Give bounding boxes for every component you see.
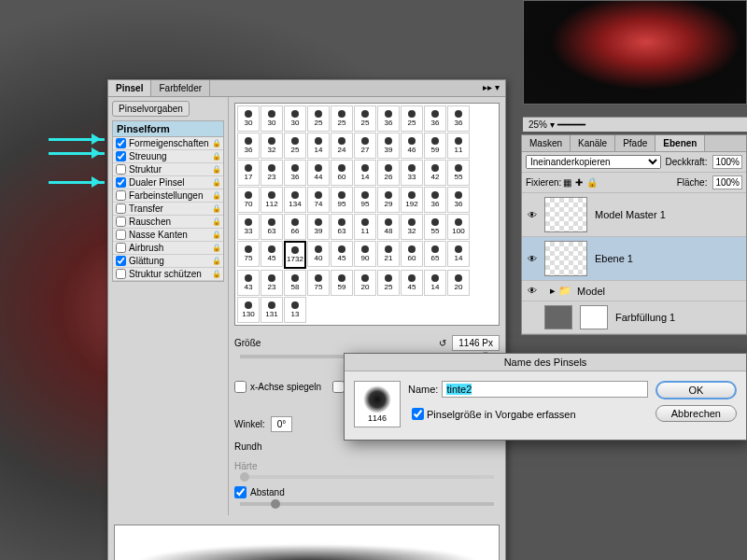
tab-brush[interactable]: Pinsel [108,80,151,96]
brush-tip-cell[interactable]: 13 [284,297,306,323]
folder-icon[interactable]: ▸ 📁 [550,285,571,297]
brush-tip-cell[interactable]: 25 [307,105,330,132]
brush-tip-cell[interactable]: 75 [307,270,330,296]
brush-tip-cell[interactable]: 43 [237,270,260,296]
option-checkbox[interactable] [116,217,126,227]
zoom-value[interactable]: 25% [529,119,547,130]
layer-name[interactable]: Model Master 1 [595,209,666,220]
brush-tip-cell[interactable]: 59 [331,270,353,296]
brush-tip-cell[interactable]: 112 [261,187,283,213]
brush-tip-cell[interactable]: 58 [284,270,306,296]
brush-option[interactable]: Nasse Kanten🔒 [113,229,223,242]
brush-tip-cell[interactable]: 60 [401,241,423,267]
angle-field[interactable]: 0° [271,416,293,432]
brush-tip-cell[interactable]: 17 [237,160,260,186]
layer-row[interactable]: 👁Ebene 1 [522,237,746,281]
tab-channels[interactable]: Kanäle [571,135,615,151]
lock-icon[interactable]: 🔒 [212,152,221,161]
brush-option[interactable]: Struktur schützen🔒 [113,268,223,281]
brush-tip-cell[interactable]: 33 [401,160,423,186]
option-checkbox[interactable] [116,203,126,214]
brush-tip-cell[interactable]: 24 [331,133,353,159]
lock-icon[interactable]: 🔒 [212,139,221,148]
cancel-button[interactable]: Abbrechen [655,405,737,422]
brush-tip-cell[interactable]: 14 [447,241,470,267]
brush-tip-cell[interactable]: 42 [424,160,446,186]
brush-tip-cell[interactable]: 30 [237,105,260,132]
tab-paths[interactable]: Pfade [615,135,655,151]
visibility-icon[interactable]: 👁 [526,286,539,296]
brush-option[interactable]: Streuung🔒 [113,150,223,163]
brush-tip-cell[interactable]: 29 [377,187,400,213]
brush-tip-cell[interactable]: 32 [261,133,283,159]
lock-pixels-icon[interactable]: ▦ [563,177,571,188]
visibility-icon[interactable]: 👁 [526,254,539,264]
tab-layers[interactable]: Ebenen [655,135,705,151]
brush-tip-cell[interactable]: 75 [237,241,260,267]
brush-tip-cell[interactable]: 131 [261,297,283,323]
brush-tip-cell[interactable]: 21 [377,241,400,267]
brush-option[interactable]: Farbeinstellungen🔒 [113,189,223,203]
option-checkbox[interactable] [116,269,126,279]
brush-tip-cell[interactable]: 60 [331,160,353,186]
option-checkbox[interactable] [116,177,126,188]
spacing-slider[interactable] [240,502,494,506]
lock-icon[interactable]: 🔒 [212,204,221,214]
brush-tip-cell[interactable]: 30 [284,105,306,132]
lock-all-icon[interactable]: 🔒 [586,177,598,188]
brush-tip-cell[interactable]: 59 [424,133,446,159]
layer-group-row[interactable]: 👁▸ 📁Model [522,281,746,301]
brush-tip-cell[interactable]: 36 [424,105,446,132]
brush-tip-cell[interactable]: 45 [331,241,353,267]
layer-name[interactable]: Model [577,286,605,297]
ok-button[interactable]: OK [655,381,737,399]
brush-tip-cell[interactable]: 27 [354,133,376,159]
layer-name[interactable]: Ebene 1 [595,253,633,264]
brush-tip-cell[interactable]: 90 [354,241,376,267]
brush-tip-cell[interactable]: 130 [237,297,260,323]
lock-icon[interactable]: 🔒 [212,244,221,253]
option-checkbox[interactable] [116,190,126,201]
brush-tip-cell[interactable]: 44 [307,160,330,186]
tab-masks[interactable]: Masken [522,135,571,151]
brush-tip-cell[interactable]: 55 [424,214,446,240]
brush-tip-cell[interactable]: 74 [307,187,330,213]
brush-option[interactable]: Airbrush🔒 [113,242,223,255]
option-checkbox[interactable] [116,243,126,253]
brush-tip-cell[interactable]: 25 [401,105,423,132]
visibility-icon[interactable]: 👁 [526,210,539,220]
panel-menu-icon[interactable]: ▸▸ ▾ [477,80,505,96]
brush-tip-cell[interactable]: 55 [447,160,470,186]
lock-icon[interactable]: 🔒 [212,270,221,279]
brush-tip-cell[interactable]: 11 [354,214,376,240]
brush-tip-cell[interactable]: 45 [401,270,423,296]
brush-tip-cell[interactable]: 20 [354,270,376,296]
brush-tip-cell[interactable]: 14 [424,270,446,296]
brush-tip-grid[interactable]: 3030302525253625363636322514242739465911… [234,103,500,326]
brush-option[interactable]: Rauschen🔒 [113,216,223,229]
brush-tip-cell[interactable]: 25 [331,105,353,132]
option-checkbox[interactable] [116,138,126,148]
brush-tip-cell[interactable]: 46 [401,133,423,159]
brush-tip-cell[interactable]: 95 [331,187,353,213]
brush-tip-cell[interactable]: 36 [237,133,260,159]
brush-tip-cell[interactable]: 95 [354,187,376,213]
brush-tip-cell[interactable]: 36 [284,160,306,186]
brush-tip-cell[interactable]: 65 [424,241,446,267]
lock-icon[interactable]: 🔒 [212,217,221,227]
brush-tip-cell[interactable]: 11 [447,133,470,159]
brush-tip-cell[interactable]: 20 [447,270,470,296]
lock-position-icon[interactable]: ✚ [575,177,583,188]
brush-tip-cell[interactable]: 23 [261,270,283,296]
brush-tip-cell[interactable]: 25 [354,105,376,132]
reset-icon[interactable]: ↺ [439,338,446,348]
brush-tip-cell[interactable]: 25 [284,133,306,159]
lock-icon[interactable]: 🔒 [212,231,221,240]
lock-icon[interactable]: 🔒 [212,191,221,201]
brush-presets-button[interactable]: Pinselvorgaben [112,101,190,117]
brush-tip-cell[interactable]: 134 [284,187,306,213]
fill-field[interactable]: 100% [712,175,742,189]
lock-icon[interactable]: 🔒 [212,165,221,175]
flip-x-checkbox[interactable] [234,381,247,393]
brush-tip-cell[interactable]: 63 [261,214,283,240]
